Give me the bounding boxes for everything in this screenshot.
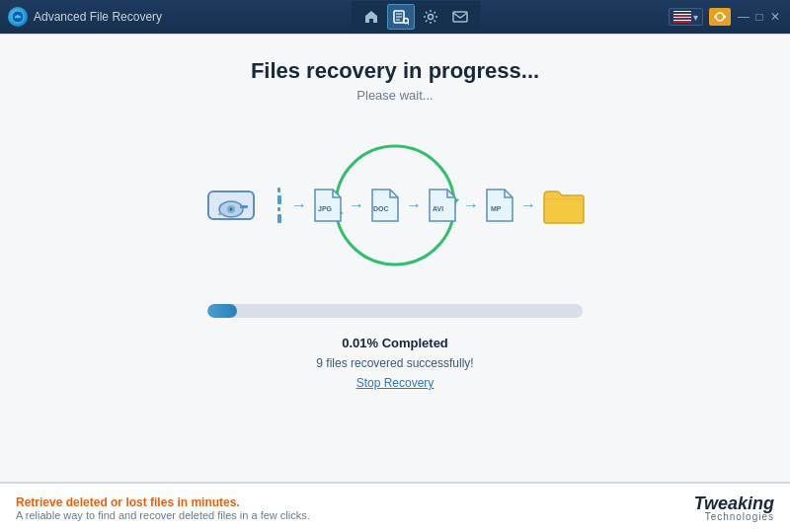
- footer-logo: Tweaking Technologies: [694, 494, 774, 522]
- stop-recovery-button[interactable]: Stop Recovery: [356, 376, 434, 390]
- main-subtitle: Please wait...: [356, 88, 433, 103]
- svg-point-8: [428, 15, 433, 20]
- svg-text:AVI: AVI: [433, 205, 443, 212]
- arrow-icon: →: [291, 196, 307, 214]
- update-button[interactable]: [709, 8, 731, 26]
- main-title: Files recovery in progress...: [251, 58, 539, 84]
- folder-icon: [542, 186, 586, 225]
- minimize-button[interactable]: —: [737, 10, 750, 24]
- svg-point-17: [230, 208, 233, 211]
- svg-marker-11: [714, 15, 716, 19]
- file-jpg-icon: JPG: [313, 188, 343, 223]
- icons-row: → JPG → DOC → AVI →: [204, 182, 586, 229]
- progress-bar-fill: [207, 304, 237, 318]
- close-button[interactable]: ✕: [768, 10, 782, 24]
- hard-drive-icon: [204, 182, 258, 229]
- flag-icon: [673, 11, 691, 23]
- progress-bar-container: [207, 304, 583, 318]
- main-content: Files recovery in progress... Please wai…: [0, 34, 790, 483]
- logo-sub: Technologies: [694, 512, 774, 522]
- arrow-icon-2: →: [349, 196, 364, 214]
- settings-button[interactable]: [417, 4, 444, 30]
- toolbar-nav: [352, 1, 480, 33]
- svg-rect-19: [218, 213, 224, 215]
- logo-name: Tweaking: [694, 494, 774, 513]
- maximize-button[interactable]: □: [752, 10, 766, 24]
- svg-text:DOC: DOC: [373, 205, 389, 212]
- title-bar: Advanced File Recovery: [0, 0, 790, 34]
- file-mp-icon: MP: [485, 188, 514, 223]
- footer-left: Retrieve deleted or lost files in minute…: [16, 495, 310, 521]
- svg-rect-9: [453, 12, 467, 22]
- window-controls: — □ ✕: [737, 10, 782, 24]
- file-avi-icon: AVI: [428, 188, 457, 223]
- svg-line-7: [407, 23, 409, 25]
- title-bar-right: ▾ — □ ✕: [669, 8, 782, 26]
- footer: Retrieve deleted or lost files in minute…: [0, 483, 790, 532]
- footer-promo-text: Retrieve deleted or lost files in minute…: [16, 495, 310, 509]
- progress-text: 0.01% Completed: [342, 336, 448, 350]
- app-icon: [8, 7, 28, 27]
- footer-sub-text: A reliable way to find and recover delet…: [16, 509, 310, 521]
- app-title: Advanced File Recovery: [34, 10, 162, 24]
- title-bar-left: Advanced File Recovery: [8, 7, 162, 27]
- arrow-icon-3: →: [406, 196, 422, 214]
- language-selector[interactable]: ▾: [669, 8, 703, 26]
- svg-rect-18: [240, 205, 248, 208]
- svg-point-1: [17, 16, 20, 19]
- svg-text:JPG: JPG: [318, 205, 333, 212]
- animation-area: → JPG → DOC → AVI →: [168, 126, 622, 284]
- home-button[interactable]: [357, 4, 385, 30]
- arrow-icon-5: →: [520, 196, 536, 214]
- arrow-icon-4: →: [463, 196, 479, 214]
- file-doc-icon: DOC: [370, 188, 400, 223]
- scan-button[interactable]: [387, 4, 415, 30]
- scan-animation: [277, 188, 281, 223]
- svg-text:MP: MP: [491, 205, 502, 212]
- files-recovered-text: 9 files recovered successfully!: [316, 356, 473, 370]
- email-button[interactable]: [446, 4, 474, 30]
